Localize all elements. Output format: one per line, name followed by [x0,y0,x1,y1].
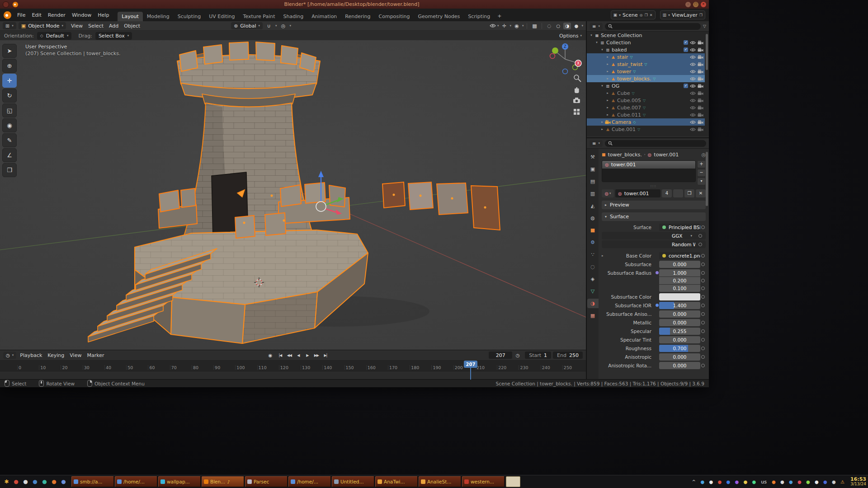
property-field[interactable]: 1.400 ▾ [659,302,700,309]
world-tab[interactable]: ◍ [587,213,599,223]
measure-tool[interactable]: ∠ [2,148,17,162]
hide-eye-icon[interactable] [690,84,696,88]
render-visibility-icon[interactable] [698,55,703,59]
object-name[interactable]: Cube [617,90,630,96]
render-visibility-icon[interactable] [698,98,703,103]
pin-icon[interactable]: ◎ [701,152,706,158]
view-layer-tab[interactable]: ▥ [587,189,599,198]
users-count-button[interactable]: 4 [662,189,672,197]
close-button[interactable]: ✕ [701,2,706,7]
topbar-menu[interactable]: File [14,11,28,19]
play-button[interactable]: ▶ [303,352,312,359]
rotate-tool[interactable]: ↻ [2,89,17,103]
object-name[interactable]: Camera [612,119,631,125]
tray-icon-8[interactable]: ● [769,477,778,487]
viewport-menu[interactable]: Add [106,22,121,30]
editor-type-button[interactable]: ≡▾ [590,140,603,147]
property-field[interactable]: 0.700 ▾ [659,345,700,352]
render-visibility-icon[interactable] [698,62,703,66]
outliner-row[interactable]: ▸ ▲ Cube.007 ▽ ✓ [587,104,705,111]
object-name[interactable]: tower_blocks. [617,76,651,82]
window-menu-icon[interactable] [3,1,9,8]
render-visibility-icon[interactable] [698,120,703,124]
render-visibility-icon[interactable] [698,76,703,81]
properties-scrollbar[interactable] [706,152,708,206]
outliner-row[interactable]: ▸ ▲ Cube ▽ ✓ [587,89,705,97]
decorator-dot[interactable] [700,338,706,342]
outliner-row[interactable]: ▸ ▲ stair ▽ ✓ [587,53,705,61]
taskbar-window-button[interactable]: /home/... ♪ [115,476,157,487]
render-visibility-icon[interactable] [698,91,703,95]
outliner-row[interactable]: ▾ ▥ OG ✓ [587,82,705,89]
decorator-dot[interactable] [700,295,706,299]
chevron-down-icon[interactable]: ▾ [275,24,277,28]
property-field[interactable]: 0.000 ▾ [659,336,700,343]
decorator-dot[interactable] [700,347,706,350]
viewlayer-selector[interactable]: ▥▾ ViewLayer ❐ [660,10,705,19]
output-tab[interactable]: ▤ [587,177,599,186]
drag-dropdown[interactable]: Select Box▾ [95,32,132,40]
workspace-tab[interactable]: UV Editing [205,12,239,21]
shading-material-button[interactable]: ◑ [563,23,571,29]
property-field[interactable]: GGX ▾ [669,232,695,239]
object-name[interactable]: baked [612,47,627,53]
tray-icon-9[interactable]: ● [778,477,787,487]
viewport-menu[interactable]: View [68,22,85,30]
disclosure-icon[interactable]: ▸ [605,106,610,109]
disclosure-icon[interactable]: ▸ [605,113,610,117]
transform-tool[interactable]: ◉ [2,118,17,132]
exclude-checkbox[interactable]: ✓ [684,47,688,52]
material-slot-list[interactable]: ◍ tower.001 [602,160,696,182]
decorator-dot[interactable] [700,355,706,359]
launcher-icon-5[interactable]: ● [40,477,49,487]
object-name[interactable]: Cube.011 [617,112,641,118]
tray-icon-11[interactable]: ● [795,477,804,487]
disclosure-icon[interactable]: ▸ [605,55,610,59]
remove-slot-button[interactable]: − [697,169,706,177]
property-field[interactable]: 0.255 ▾ [659,328,700,335]
tray-icon-6[interactable]: ● [741,477,750,487]
property-field[interactable]: Principled BSDF ▾ [659,224,700,231]
visibility-eye-icon[interactable] [490,23,496,28]
material-tab[interactable]: ◑ [587,299,599,308]
workspace-tab[interactable]: Geometry Nodes [414,12,464,21]
proportional-edit-icon[interactable]: ◎ [279,23,287,29]
expand-icon[interactable]: ▸ [602,254,606,258]
blender-logo-icon[interactable] [4,11,11,19]
outliner-row[interactable]: ▾ ▥ baked ✓ [587,46,705,53]
workspace-tab[interactable]: Shading [279,12,308,21]
taskbar-window-button[interactable]: western... ♪ [462,476,505,487]
clock[interactable]: 16:53 3/13/24 [848,477,868,487]
disclosure-icon[interactable]: ▾ [599,84,605,88]
editor-type-button[interactable]: ◷▾ [3,352,16,359]
object-name[interactable]: Cube.007 [617,105,641,111]
timeline-ruler[interactable]: 0102030405060708090100110120130140150160… [0,361,586,371]
disclosure-icon[interactable]: ▸ [599,127,605,131]
chevron-down-icon[interactable]: ▾ [289,24,291,28]
tray-icon-5[interactable]: ● [732,477,741,487]
minimize-button[interactable]: – [685,2,691,7]
current-frame-field[interactable]: 207 [489,352,512,359]
decorator-dot[interactable] [700,225,706,229]
outliner-search-input[interactable] [605,23,701,30]
pin-icon[interactable]: ◎ [640,13,643,17]
hide-eye-icon[interactable] [690,62,696,66]
object-name[interactable]: Cube.005 [617,98,641,103]
orientation-dropdown[interactable]: ◇ Default▾ [37,32,72,40]
property-field[interactable]: 0.000 ▾ [659,362,700,369]
property-field[interactable]: ▾ [659,293,700,300]
hide-eye-icon[interactable] [690,127,696,131]
tray-icon-1[interactable]: ● [698,477,707,487]
tray-icon-10[interactable]: ● [787,477,795,487]
end-frame-field[interactable]: End250 [553,352,583,359]
mode-dropdown[interactable]: ▣ Object Mode▾ [19,22,66,29]
new-viewlayer-icon[interactable]: ❐ [699,13,703,17]
breadcrumb-material[interactable]: tower.001 [654,152,679,158]
browse-material-button[interactable]: ◍▾ [602,189,614,197]
decorator-dot[interactable] [700,271,706,275]
decorator-dot[interactable] [700,286,706,290]
hide-eye-icon[interactable] [690,77,696,81]
outliner-scrollbar[interactable] [706,34,708,70]
preview-range-icon[interactable]: ◷ [513,352,522,359]
object-name[interactable]: Scene Collection [601,33,642,38]
